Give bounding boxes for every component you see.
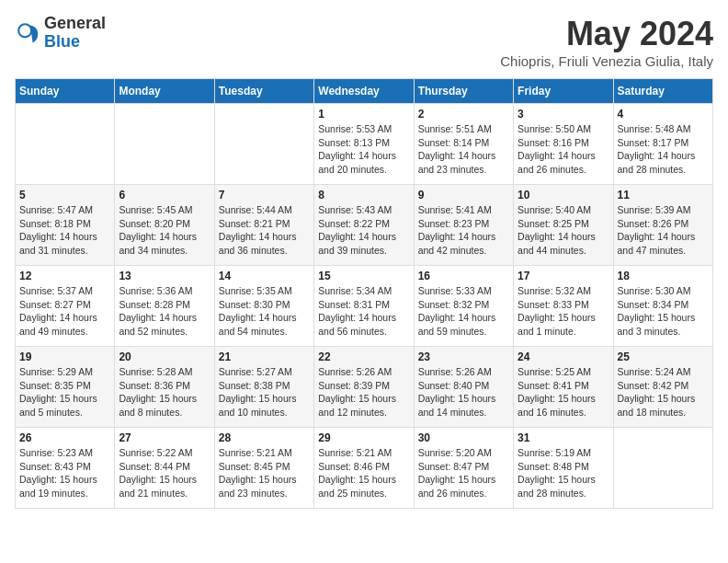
logo-blue: Blue [44,32,80,51]
calendar-header-row: SundayMondayTuesdayWednesdayThursdayFrid… [16,79,713,104]
day-number: 17 [518,270,609,282]
calendar-cell: 5Sunrise: 5:47 AMSunset: 8:18 PMDaylight… [16,185,115,266]
day-number: 12 [19,270,110,282]
day-info: Sunrise: 5:28 AMSunset: 8:36 PMDaylight:… [119,365,210,419]
calendar-cell: 28Sunrise: 5:21 AMSunset: 8:45 PMDayligh… [214,428,313,509]
day-info: Sunrise: 5:45 AMSunset: 8:20 PMDaylight:… [119,203,210,258]
day-info: Sunrise: 5:23 AMSunset: 8:43 PMDaylight:… [19,446,110,500]
day-number: 18 [618,270,709,282]
day-info: Sunrise: 5:34 AMSunset: 8:31 PMDaylight:… [318,284,409,339]
calendar-cell [613,428,712,509]
header-sunday: Sunday [16,79,115,104]
day-info: Sunrise: 5:30 AMSunset: 8:34 PMDaylight:… [618,284,709,339]
day-info: Sunrise: 5:37 AMSunset: 8:27 PMDaylight:… [19,284,110,339]
calendar-cell [115,104,214,185]
calendar-cell: 17Sunrise: 5:32 AMSunset: 8:33 PMDayligh… [514,266,613,347]
day-info: Sunrise: 5:43 AMSunset: 8:22 PMDaylight:… [318,203,409,258]
calendar-cell: 6Sunrise: 5:45 AMSunset: 8:20 PMDaylight… [115,185,214,266]
day-number: 13 [119,270,210,282]
day-info: Sunrise: 5:26 AMSunset: 8:40 PMDaylight:… [418,365,509,419]
calendar-cell: 26Sunrise: 5:23 AMSunset: 8:43 PMDayligh… [16,428,115,509]
day-info: Sunrise: 5:51 AMSunset: 8:14 PMDaylight:… [418,122,509,177]
calendar-cell: 2Sunrise: 5:51 AMSunset: 8:14 PMDaylight… [414,104,513,185]
day-number: 31 [518,431,609,444]
day-number: 22 [318,350,409,363]
calendar-table: SundayMondayTuesdayWednesdayThursdayFrid… [15,78,713,509]
day-number: 7 [219,189,310,201]
day-number: 27 [119,431,210,444]
month-title: May 2024 [500,15,713,53]
day-info: Sunrise: 5:35 AMSunset: 8:30 PMDaylight:… [219,284,310,339]
calendar-week-row: 1Sunrise: 5:53 AMSunset: 8:13 PMDaylight… [16,104,713,185]
logo-text: General Blue [44,15,106,52]
calendar-cell: 15Sunrise: 5:34 AMSunset: 8:31 PMDayligh… [314,266,414,347]
day-info: Sunrise: 5:48 AMSunset: 8:17 PMDaylight:… [618,122,709,177]
header-saturday: Saturday [613,79,712,104]
day-info: Sunrise: 5:47 AMSunset: 8:18 PMDaylight:… [19,203,110,258]
day-info: Sunrise: 5:33 AMSunset: 8:32 PMDaylight:… [418,284,509,339]
calendar-cell: 18Sunrise: 5:30 AMSunset: 8:34 PMDayligh… [613,266,712,347]
day-number: 1 [318,108,409,121]
calendar-cell: 1Sunrise: 5:53 AMSunset: 8:13 PMDaylight… [314,104,414,185]
calendar-cell: 22Sunrise: 5:26 AMSunset: 8:39 PMDayligh… [314,347,414,428]
calendar-week-row: 26Sunrise: 5:23 AMSunset: 8:43 PMDayligh… [16,428,713,509]
day-info: Sunrise: 5:36 AMSunset: 8:28 PMDaylight:… [119,284,210,339]
header-wednesday: Wednesday [314,79,414,104]
calendar-cell: 13Sunrise: 5:36 AMSunset: 8:28 PMDayligh… [115,266,214,347]
header-tuesday: Tuesday [214,79,313,104]
day-number: 9 [418,189,509,201]
calendar-cell [16,104,115,185]
header-thursday: Thursday [414,79,513,104]
day-info: Sunrise: 5:21 AMSunset: 8:45 PMDaylight:… [219,446,310,500]
day-info: Sunrise: 5:29 AMSunset: 8:35 PMDaylight:… [19,365,110,419]
logo: General Blue [15,15,106,52]
day-number: 21 [219,350,310,363]
day-number: 23 [418,350,509,363]
calendar-cell: 31Sunrise: 5:19 AMSunset: 8:48 PMDayligh… [514,428,613,509]
day-info: Sunrise: 5:50 AMSunset: 8:16 PMDaylight:… [518,122,609,177]
calendar-cell: 8Sunrise: 5:43 AMSunset: 8:22 PMDaylight… [314,185,414,266]
calendar-cell: 12Sunrise: 5:37 AMSunset: 8:27 PMDayligh… [16,266,115,347]
calendar-cell: 3Sunrise: 5:50 AMSunset: 8:16 PMDaylight… [514,104,613,185]
day-number: 28 [219,431,310,444]
day-info: Sunrise: 5:25 AMSunset: 8:41 PMDaylight:… [518,365,609,419]
day-number: 4 [618,108,709,121]
day-number: 25 [618,350,709,363]
day-info: Sunrise: 5:39 AMSunset: 8:26 PMDaylight:… [618,203,709,258]
header-friday: Friday [514,79,613,104]
day-info: Sunrise: 5:21 AMSunset: 8:46 PMDaylight:… [318,446,409,500]
title-section: May 2024 Chiopris, Friuli Venezia Giulia… [500,15,713,69]
calendar-cell: 20Sunrise: 5:28 AMSunset: 8:36 PMDayligh… [115,347,214,428]
svg-point-0 [18,24,31,37]
day-number: 14 [219,270,310,282]
calendar-cell: 14Sunrise: 5:35 AMSunset: 8:30 PMDayligh… [214,266,313,347]
day-number: 6 [119,189,210,201]
calendar-cell: 21Sunrise: 5:27 AMSunset: 8:38 PMDayligh… [214,347,313,428]
day-number: 5 [19,189,110,201]
calendar-week-row: 12Sunrise: 5:37 AMSunset: 8:27 PMDayligh… [16,266,713,347]
day-info: Sunrise: 5:27 AMSunset: 8:38 PMDaylight:… [219,365,310,419]
calendar-cell: 9Sunrise: 5:41 AMSunset: 8:23 PMDaylight… [414,185,513,266]
day-number: 11 [618,189,709,201]
day-info: Sunrise: 5:40 AMSunset: 8:25 PMDaylight:… [518,203,609,258]
day-info: Sunrise: 5:44 AMSunset: 8:21 PMDaylight:… [219,203,310,258]
calendar-cell: 25Sunrise: 5:24 AMSunset: 8:42 PMDayligh… [613,347,712,428]
calendar-cell: 4Sunrise: 5:48 AMSunset: 8:17 PMDaylight… [613,104,712,185]
day-number: 15 [318,270,409,282]
day-info: Sunrise: 5:20 AMSunset: 8:47 PMDaylight:… [418,446,509,500]
calendar-cell: 11Sunrise: 5:39 AMSunset: 8:26 PMDayligh… [613,185,712,266]
day-number: 30 [418,431,509,444]
calendar-cell: 24Sunrise: 5:25 AMSunset: 8:41 PMDayligh… [514,347,613,428]
day-number: 26 [19,431,110,444]
calendar-cell [214,104,313,185]
logo-icon [15,20,40,46]
calendar-cell: 7Sunrise: 5:44 AMSunset: 8:21 PMDaylight… [214,185,313,266]
day-number: 10 [518,189,609,201]
calendar-cell: 10Sunrise: 5:40 AMSunset: 8:25 PMDayligh… [514,185,613,266]
day-info: Sunrise: 5:41 AMSunset: 8:23 PMDaylight:… [418,203,509,258]
day-number: 2 [418,108,509,121]
calendar-cell: 23Sunrise: 5:26 AMSunset: 8:40 PMDayligh… [414,347,513,428]
day-info: Sunrise: 5:32 AMSunset: 8:33 PMDaylight:… [518,284,609,339]
calendar-cell: 27Sunrise: 5:22 AMSunset: 8:44 PMDayligh… [115,428,214,509]
location-subtitle: Chiopris, Friuli Venezia Giulia, Italy [500,53,713,69]
